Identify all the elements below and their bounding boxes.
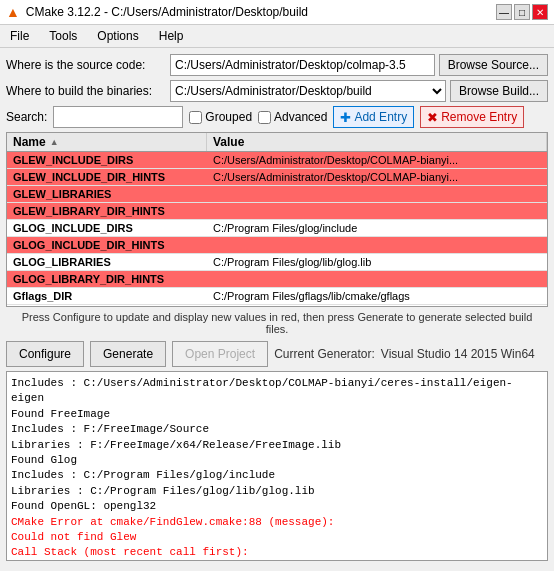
generator-value: Visual Studio 14 2015 Win64 xyxy=(381,347,535,361)
build-select[interactable]: C:/Users/Administrator/Desktop/build xyxy=(170,80,446,102)
action-row: Configure Generate Open Project Current … xyxy=(6,337,548,371)
table-cell-value xyxy=(207,237,547,253)
table-cell-name: GLOG_LIBRARY_DIR_HINTS xyxy=(7,271,207,287)
table-row[interactable]: Gflags_DIRC:/Program Files/gflags/lib/cm… xyxy=(7,288,547,305)
remove-entry-label: Remove Entry xyxy=(441,110,517,124)
grouped-checkbox[interactable] xyxy=(189,111,202,124)
advanced-label: Advanced xyxy=(274,110,327,124)
table-cell-name: GLEW_INCLUDE_DIR_HINTS xyxy=(7,169,207,185)
table-cell-value: C:/Users/Administrator/Desktop/COLMAP-bi… xyxy=(207,169,547,185)
table-cell-name: GLEW_LIBRARIES xyxy=(7,186,207,202)
log-line: Includes : F:/FreeImage/Source xyxy=(11,422,543,437)
log-line: Found Glog xyxy=(11,453,543,468)
table-cell-name: Gflags_DIR xyxy=(7,288,207,304)
table-row[interactable]: GLOG_LIBRARIESC:/Program Files/glog/lib/… xyxy=(7,254,547,271)
log-line: Includes : C:/Program Files/glog/include xyxy=(11,468,543,483)
table-row[interactable]: GLOG_INCLUDE_DIRSC:/Program Files/glog/i… xyxy=(7,220,547,237)
table-cell-name: GLEW_LIBRARY_DIR_HINTS xyxy=(7,203,207,219)
info-text: Press Configure to update and display ne… xyxy=(6,307,548,337)
log-line: Libraries : F:/FreeImage/x64/Release/Fre… xyxy=(11,438,543,453)
build-label: Where to build the binaries: xyxy=(6,84,166,98)
remove-entry-button[interactable]: ✖ Remove Entry xyxy=(420,106,524,128)
generate-button[interactable]: Generate xyxy=(90,341,166,367)
main-content: Where is the source code: Browse Source.… xyxy=(0,48,554,567)
grouped-label: Grouped xyxy=(205,110,252,124)
close-button[interactable]: ✕ xyxy=(532,4,548,20)
name-header-label: Name xyxy=(13,135,46,149)
table-cell-name: GLEW_INCLUDE_DIRS xyxy=(7,152,207,168)
remove-icon: ✖ xyxy=(427,110,438,125)
table-cell-name: GLOG_INCLUDE_DIRS xyxy=(7,220,207,236)
menu-options[interactable]: Options xyxy=(91,27,144,45)
add-entry-label: Add Entry xyxy=(354,110,407,124)
add-icon: ✚ xyxy=(340,110,351,125)
search-input[interactable] xyxy=(53,106,183,128)
sort-icon: ▲ xyxy=(50,137,59,147)
title-bar: ▲ CMake 3.12.2 - C:/Users/Administrator/… xyxy=(0,0,554,25)
table-row[interactable]: GLOG_INCLUDE_DIR_HINTS xyxy=(7,237,547,254)
advanced-checkbox-label[interactable]: Advanced xyxy=(258,110,327,124)
title-bar-controls: — □ ✕ xyxy=(496,4,548,20)
minimize-button[interactable]: — xyxy=(496,4,512,20)
menu-file[interactable]: File xyxy=(4,27,35,45)
table-row[interactable]: GLEW_LIBRARY_DIR_HINTS xyxy=(7,203,547,220)
log-line: Libraries : C:/Program Files/glog/lib/gl… xyxy=(11,484,543,499)
source-label: Where is the source code: xyxy=(6,58,166,72)
add-entry-button[interactable]: ✚ Add Entry xyxy=(333,106,414,128)
source-input[interactable] xyxy=(170,54,435,76)
entries-table[interactable]: Name ▲ Value GLEW_INCLUDE_DIRSC:/Users/A… xyxy=(6,132,548,307)
table-row[interactable]: GLEW_LIBRARIES xyxy=(7,186,547,203)
table-header: Name ▲ Value xyxy=(7,133,547,152)
name-column-header: Name ▲ xyxy=(7,133,207,151)
table-body: GLEW_INCLUDE_DIRSC:/Users/Administrator/… xyxy=(7,152,547,307)
table-cell-value: C:/Program Files/gflags/lib/cmake/gflags xyxy=(207,288,547,304)
table-cell-name: GLOG_INCLUDE_DIR_HINTS xyxy=(7,237,207,253)
table-row[interactable]: GLEW_INCLUDE_DIRSC:/Users/Administrator/… xyxy=(7,152,547,169)
menu-bar: File Tools Options Help xyxy=(0,25,554,48)
table-row[interactable]: GLOG_LIBRARY_DIR_HINTS xyxy=(7,271,547,288)
log-line: Could not find Glew xyxy=(11,530,543,545)
value-header-label: Value xyxy=(213,135,244,149)
generator-prefix: Current Generator: xyxy=(274,347,375,361)
table-cell-value: C:/Program Files/glog/lib/glog.lib xyxy=(207,254,547,270)
log-area[interactable]: Includes : C:/Users/Administrator/Deskto… xyxy=(6,371,548,561)
log-line: CMake Error at cmake/FindGlew.cmake:88 (… xyxy=(11,515,543,530)
maximize-button[interactable]: □ xyxy=(514,4,530,20)
open-project-button: Open Project xyxy=(172,341,268,367)
table-cell-value: C:/Users/Administrator/Desktop/COLMAP-bi… xyxy=(207,152,547,168)
advanced-checkbox[interactable] xyxy=(258,111,271,124)
search-row: Search: Grouped Advanced ✚ Add Entry ✖ R… xyxy=(6,106,548,128)
build-row: Where to build the binaries: C:/Users/Ad… xyxy=(6,80,548,102)
search-label: Search: xyxy=(6,110,47,124)
log-line: Includes : C:/Users/Administrator/Deskto… xyxy=(11,376,543,407)
app-icon: ▲ xyxy=(6,4,20,20)
log-line: Found OpenGL: opengl32 xyxy=(11,499,543,514)
log-line: Found FreeImage xyxy=(11,407,543,422)
menu-help[interactable]: Help xyxy=(153,27,190,45)
title-bar-text: CMake 3.12.2 - C:/Users/Administrator/De… xyxy=(26,5,490,19)
table-row[interactable]: GLEW_INCLUDE_DIR_HINTSC:/Users/Administr… xyxy=(7,169,547,186)
configure-button[interactable]: Configure xyxy=(6,341,84,367)
table-cell-value xyxy=(207,271,547,287)
browse-source-button[interactable]: Browse Source... xyxy=(439,54,548,76)
source-row: Where is the source code: Browse Source.… xyxy=(6,54,548,76)
browse-build-button[interactable]: Browse Build... xyxy=(450,80,548,102)
log-line: Call Stack (most recent call first): xyxy=(11,545,543,560)
table-cell-name: GLOG_LIBRARIES xyxy=(7,254,207,270)
value-column-header: Value xyxy=(207,133,547,151)
grouped-checkbox-label[interactable]: Grouped xyxy=(189,110,252,124)
table-cell-value: C:/Program Files/glog/include xyxy=(207,220,547,236)
table-cell-value xyxy=(207,186,547,202)
menu-tools[interactable]: Tools xyxy=(43,27,83,45)
table-cell-value xyxy=(207,203,547,219)
